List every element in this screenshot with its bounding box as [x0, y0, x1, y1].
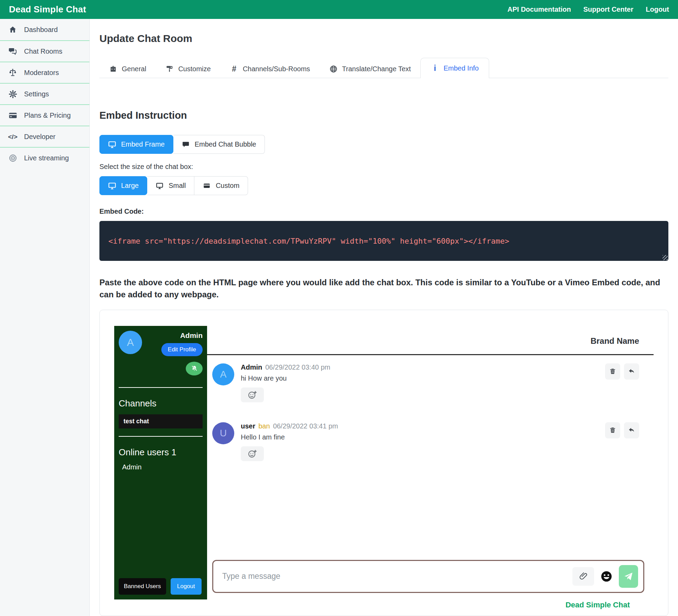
paper-plane-icon — [624, 572, 633, 581]
size-group: Large Small Custom — [99, 176, 248, 195]
paint-roller-icon — [165, 65, 174, 73]
mute-notifications-button[interactable] — [186, 362, 203, 375]
chat-bubble-icon — [182, 140, 190, 149]
add-reaction-button[interactable] — [241, 446, 264, 461]
avatar: A — [119, 331, 142, 354]
message-input[interactable] — [222, 572, 567, 581]
link-support-center[interactable]: Support Center — [583, 6, 634, 13]
chat-bubbles-icon — [8, 47, 17, 56]
send-message-button[interactable] — [619, 565, 638, 588]
scales-icon — [8, 68, 17, 77]
embed-frame-button[interactable]: Embed Frame — [99, 135, 173, 154]
chat-message: A Admin 06/29/2022 03:40 pm hi How are y… — [207, 363, 654, 402]
sidebar-item-label: Chat Rooms — [24, 47, 62, 55]
bell-slash-icon — [191, 365, 198, 372]
app-brand: Dead Simple Chat — [9, 4, 86, 15]
embed-code-box[interactable]: <iframe src="https://deadsimplechat.com/… — [99, 221, 668, 261]
page-title: Update Chat Room — [99, 33, 668, 44]
chat-logout-button[interactable]: Logout — [171, 578, 202, 595]
message-author: user — [241, 422, 255, 430]
tab-embed-info[interactable]: i Embed Info — [420, 58, 489, 78]
trash-icon — [609, 368, 616, 375]
tab-bar: General Customize # Channels/Sub-Rooms T… — [99, 57, 668, 78]
size-large-button[interactable]: Large — [99, 176, 147, 195]
online-users-heading: Online users 1 — [119, 447, 203, 458]
sidebar-divider — [119, 387, 203, 388]
sidebar-item-label: Plans & Pricing — [24, 111, 71, 119]
channels-heading: Channels — [119, 398, 203, 409]
info-icon: i — [431, 64, 439, 72]
banned-users-button[interactable]: Banned Users — [119, 578, 166, 595]
message-text: Hello I am fine — [241, 433, 338, 441]
sidebar-item-developer[interactable]: </> Developer — [0, 126, 89, 147]
tab-channels-sub-rooms[interactable]: # Channels/Sub-Rooms — [220, 59, 320, 78]
delete-message-button[interactable] — [605, 363, 620, 380]
message-badge: ban — [258, 422, 270, 430]
monitor-icon — [108, 182, 116, 190]
emoji-plus-icon — [247, 390, 258, 400]
embed-chat-bubble-label: Embed Chat Bubble — [195, 140, 256, 148]
reply-arrow-icon — [628, 368, 635, 375]
emoji-picker-button[interactable] — [600, 570, 613, 583]
emoji-plus-icon — [247, 448, 258, 459]
paste-instruction-text: Paste the above code on the HTML page wh… — [99, 277, 668, 301]
sidebar-item-plans-pricing[interactable]: Plans & Pricing — [0, 104, 89, 126]
link-api-documentation[interactable]: API Documentation — [507, 6, 571, 13]
add-reaction-button[interactable] — [241, 387, 264, 402]
reply-message-button[interactable] — [624, 363, 639, 380]
tab-general[interactable]: General — [99, 59, 156, 78]
avatar: U — [212, 422, 234, 444]
resize-grip-icon[interactable] — [663, 255, 668, 260]
sidebar-item-live-streaming[interactable]: Live streaming — [0, 147, 89, 168]
composer-row: Dead Simple Chat — [212, 560, 644, 609]
reply-message-button[interactable] — [624, 422, 639, 438]
embed-chat-bubble-button[interactable]: Embed Chat Bubble — [173, 135, 265, 154]
tab-translate-change-text[interactable]: Translate/Change Text — [320, 59, 420, 78]
chat-username: Admin — [180, 331, 203, 340]
chat-preview-main: Brand Name A Admin 06/29/2022 03:40 pm h… — [207, 326, 654, 609]
hard-drive-icon — [203, 182, 211, 190]
chat-preview-sidebar: A Admin Edit Profile Channels test chat — [114, 326, 207, 599]
reply-arrow-icon — [628, 427, 635, 434]
message-list: A Admin 06/29/2022 03:40 pm hi How are y… — [207, 363, 654, 481]
attach-file-button[interactable] — [572, 567, 594, 586]
embed-mode-group: Embed Frame Embed Chat Bubble — [99, 135, 265, 154]
edit-profile-button[interactable]: Edit Profile — [161, 343, 203, 356]
monitor-icon — [155, 182, 164, 190]
tab-label: General — [122, 65, 146, 73]
channel-test-chat[interactable]: test chat — [119, 414, 203, 428]
chat-preview-card: A Admin Edit Profile Channels test chat — [99, 310, 668, 616]
message-composer — [212, 560, 644, 593]
brand-name-label: Brand Name — [207, 326, 654, 355]
sidebar-item-settings[interactable]: Settings — [0, 83, 89, 104]
embed-frame-label: Embed Frame — [121, 140, 165, 148]
main-content: Update Chat Room General Customize # Cha… — [90, 19, 678, 616]
toolbox-icon — [109, 65, 117, 73]
sidebar-nav: Dashboard Chat Rooms Moderators Settings… — [0, 19, 90, 616]
tab-customize[interactable]: Customize — [156, 59, 220, 78]
credit-card-icon — [8, 111, 17, 120]
powered-by-label[interactable]: Dead Simple Chat — [212, 601, 630, 609]
size-custom-button[interactable]: Custom — [194, 176, 248, 195]
sidebar-item-moderators[interactable]: Moderators — [0, 62, 89, 83]
sidebar-item-label: Settings — [24, 90, 49, 98]
sidebar-item-dashboard[interactable]: Dashboard — [0, 19, 89, 40]
embed-instruction-heading: Embed Instruction — [99, 110, 668, 121]
size-small-label: Small — [169, 182, 186, 190]
sidebar-item-chat-rooms[interactable]: Chat Rooms — [0, 40, 89, 62]
embed-code-label: Embed Code: — [99, 208, 668, 215]
online-user-item[interactable]: Admin — [119, 463, 203, 471]
globe-icon — [329, 65, 337, 73]
sidebar-item-label: Developer — [24, 133, 55, 141]
size-small-button[interactable]: Small — [147, 176, 194, 195]
trash-icon — [609, 427, 616, 434]
tab-label: Channels/Sub-Rooms — [243, 65, 310, 73]
link-logout[interactable]: Logout — [646, 6, 669, 13]
message-timestamp: 06/29/2022 03:41 pm — [273, 422, 338, 430]
sidebar-item-label: Live streaming — [24, 154, 69, 162]
chat-message: U user ban 06/29/2022 03:41 pm Hello I a… — [207, 422, 654, 461]
emoji-smiley-icon — [600, 570, 613, 583]
paperclip-icon — [579, 572, 588, 581]
size-custom-label: Custom — [216, 182, 239, 190]
delete-message-button[interactable] — [605, 422, 620, 438]
